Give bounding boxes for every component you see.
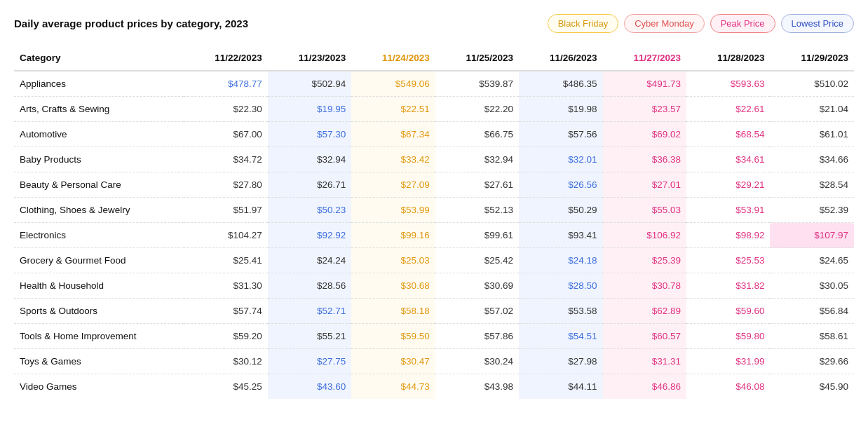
table-row: Toys & Games$30.12$27.75$30.47$30.24$27.… (14, 349, 854, 374)
prices-table: Category11/22/202311/23/202311/24/202311… (14, 46, 854, 399)
category-cell-3: Baby Products (14, 147, 184, 172)
value-cell-11-2: $30.47 (351, 349, 435, 374)
value-cell-12-4: $44.11 (519, 374, 602, 400)
value-cell-11-5: $31.31 (603, 349, 686, 374)
table-row: Sports & Outdoors$57.74$52.71$58.18$57.0… (14, 299, 854, 324)
value-cell-0-4: $486.35 (519, 71, 602, 97)
header-row: Daily average product prices by category… (14, 14, 854, 33)
legend-cyber-monday: Cyber Monday (624, 14, 705, 33)
value-cell-10-4: $54.51 (519, 324, 602, 349)
value-cell-6-0: $104.27 (184, 223, 267, 248)
value-cell-5-6: $53.91 (686, 198, 770, 223)
table-row: Baby Products$34.72$32.94$33.42$32.94$32… (14, 147, 854, 172)
category-cell-4: Beauty & Personal Care (14, 172, 184, 198)
table-row: Beauty & Personal Care$27.80$26.71$27.09… (14, 172, 854, 198)
value-cell-2-4: $57.56 (519, 122, 602, 147)
value-cell-7-7: $24.65 (770, 248, 854, 273)
table-row: Tools & Home Improvement$59.20$55.21$59.… (14, 324, 854, 349)
value-cell-6-2: $99.16 (351, 223, 435, 248)
value-cell-8-0: $31.30 (184, 273, 267, 299)
value-cell-0-3: $539.87 (435, 71, 519, 97)
category-cell-6: Electronics (14, 223, 184, 248)
category-cell-2: Automotive (14, 122, 184, 147)
value-cell-10-3: $57.86 (435, 324, 519, 349)
value-cell-8-6: $31.82 (686, 273, 770, 299)
value-cell-11-4: $27.98 (519, 349, 602, 374)
value-cell-7-5: $25.39 (603, 248, 686, 273)
legend-black-friday: Black Friday (548, 14, 619, 33)
value-cell-6-5: $106.92 (603, 223, 686, 248)
value-cell-10-0: $59.20 (184, 324, 267, 349)
value-cell-2-0: $67.00 (184, 122, 267, 147)
legend: Black Friday Cyber Monday Peak Price Low… (548, 14, 854, 33)
value-cell-0-5: $491.73 (603, 71, 686, 97)
category-cell-0: Appliances (14, 71, 184, 97)
value-cell-1-5: $23.57 (603, 97, 686, 122)
value-cell-12-7: $45.90 (770, 374, 854, 400)
value-cell-5-1: $50.23 (268, 198, 351, 223)
value-cell-11-1: $27.75 (268, 349, 351, 374)
value-cell-1-6: $22.61 (686, 97, 770, 122)
value-cell-6-4: $93.41 (519, 223, 602, 248)
value-cell-2-6: $68.54 (686, 122, 770, 147)
category-cell-11: Toys & Games (14, 349, 184, 374)
value-cell-2-1: $57.30 (268, 122, 351, 147)
value-cell-0-1: $502.94 (268, 71, 351, 97)
value-cell-9-1: $52.71 (268, 299, 351, 324)
category-cell-7: Grocery & Gourmet Food (14, 248, 184, 273)
value-cell-9-4: $53.58 (519, 299, 602, 324)
value-cell-0-2: $549.06 (351, 71, 435, 97)
category-cell-12: Video Games (14, 374, 184, 400)
value-cell-1-4: $19.98 (519, 97, 602, 122)
value-cell-10-7: $58.61 (770, 324, 854, 349)
value-cell-6-1: $92.92 (268, 223, 351, 248)
table-row: Electronics$104.27$92.92$99.16$99.61$93.… (14, 223, 854, 248)
value-cell-3-7: $34.66 (770, 147, 854, 172)
value-cell-7-3: $25.42 (435, 248, 519, 273)
value-cell-11-7: $29.66 (770, 349, 854, 374)
value-cell-11-3: $30.24 (435, 349, 519, 374)
value-cell-5-4: $50.29 (519, 198, 602, 223)
category-cell-9: Sports & Outdoors (14, 299, 184, 324)
value-cell-8-5: $30.78 (603, 273, 686, 299)
header-col-7: 11/28/2023 (686, 46, 770, 71)
value-cell-8-2: $30.68 (351, 273, 435, 299)
header-col-1: 11/22/2023 (184, 46, 267, 71)
value-cell-10-2: $59.50 (351, 324, 435, 349)
value-cell-5-7: $52.39 (770, 198, 854, 223)
page-title: Daily average product prices by category… (14, 18, 248, 29)
table-row: Health & Household$31.30$28.56$30.68$30.… (14, 273, 854, 299)
value-cell-10-5: $60.57 (603, 324, 686, 349)
value-cell-7-6: $25.53 (686, 248, 770, 273)
value-cell-5-3: $52.13 (435, 198, 519, 223)
value-cell-12-0: $45.25 (184, 374, 267, 400)
value-cell-12-6: $46.08 (686, 374, 770, 400)
value-cell-3-3: $32.94 (435, 147, 519, 172)
value-cell-2-7: $61.01 (770, 122, 854, 147)
header-col-4: 11/25/2023 (435, 46, 519, 71)
value-cell-5-2: $53.99 (351, 198, 435, 223)
value-cell-4-4: $26.56 (519, 172, 602, 198)
category-cell-5: Clothing, Shoes & Jewelry (14, 198, 184, 223)
value-cell-3-6: $34.61 (686, 147, 770, 172)
value-cell-6-6: $98.92 (686, 223, 770, 248)
header-col-0: Category (14, 46, 184, 71)
table-row: Clothing, Shoes & Jewelry$51.97$50.23$53… (14, 198, 854, 223)
value-cell-0-7: $510.02 (770, 71, 854, 97)
value-cell-11-6: $31.99 (686, 349, 770, 374)
value-cell-1-2: $22.51 (351, 97, 435, 122)
value-cell-10-1: $55.21 (268, 324, 351, 349)
header-col-8: 11/29/2023 (770, 46, 854, 71)
category-cell-1: Arts, Crafts & Sewing (14, 97, 184, 122)
value-cell-3-2: $33.42 (351, 147, 435, 172)
value-cell-7-4: $24.18 (519, 248, 602, 273)
value-cell-4-2: $27.09 (351, 172, 435, 198)
value-cell-4-3: $27.61 (435, 172, 519, 198)
value-cell-4-1: $26.71 (268, 172, 351, 198)
legend-peak-price: Peak Price (710, 14, 775, 33)
value-cell-8-1: $28.56 (268, 273, 351, 299)
value-cell-1-3: $22.20 (435, 97, 519, 122)
value-cell-4-7: $28.54 (770, 172, 854, 198)
value-cell-3-4: $32.01 (519, 147, 602, 172)
value-cell-9-2: $58.18 (351, 299, 435, 324)
